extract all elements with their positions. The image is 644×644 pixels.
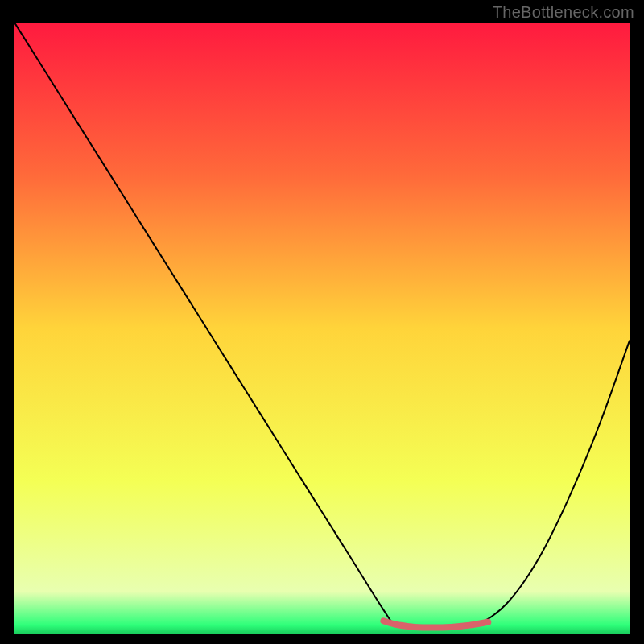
chart-svg [14,23,630,634]
plot-area [14,23,630,634]
gradient-background [14,23,630,634]
watermark-label: TheBottleneck.com [493,3,634,22]
chart-frame: TheBottleneck.com [0,0,644,644]
